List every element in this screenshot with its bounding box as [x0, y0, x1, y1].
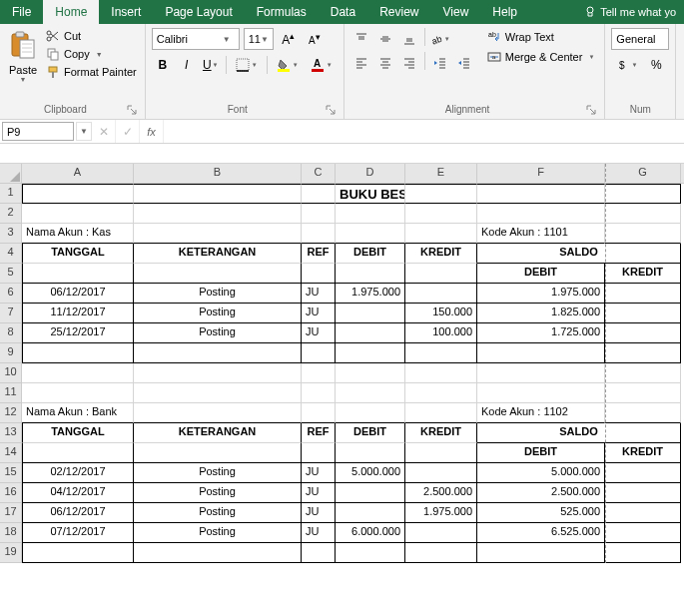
alignment-dialog-launcher[interactable] — [584, 103, 598, 117]
header-debit[interactable]: DEBIT — [336, 423, 405, 443]
cell-tanggal[interactable]: 06/12/2017 — [22, 284, 134, 304]
cell-saldo-debit[interactable]: 525.000 — [477, 503, 605, 523]
cell-debit[interactable] — [336, 483, 405, 503]
header-saldo[interactable]: SALDO — [477, 423, 681, 443]
cell[interactable] — [302, 224, 336, 244]
cell-saldo-kredit[interactable] — [605, 463, 681, 483]
cell-keterangan[interactable]: Posting — [134, 483, 302, 503]
cell-ref[interactable]: JU — [302, 503, 336, 523]
account-name[interactable]: Nama Akun : Bank — [22, 403, 134, 423]
align-middle-button[interactable] — [374, 28, 396, 50]
tab-data[interactable]: Data — [319, 0, 367, 24]
cell-debit[interactable] — [336, 503, 405, 523]
cell[interactable] — [405, 343, 477, 363]
cell-saldo-debit[interactable]: 2.500.000 — [477, 483, 605, 503]
header-saldo-debit[interactable]: DEBIT — [477, 264, 605, 284]
cell[interactable] — [405, 184, 477, 204]
tab-view[interactable]: View — [431, 0, 481, 24]
font-name-combo[interactable]: Calibri▼ — [152, 28, 240, 50]
enter-formula-button[interactable]: ✓ — [116, 120, 140, 143]
cell[interactable] — [405, 443, 477, 463]
header-ref[interactable]: REF — [302, 244, 336, 264]
header-saldo-kredit[interactable]: KREDIT — [605, 443, 681, 463]
cell[interactable] — [302, 343, 336, 363]
cell-kredit[interactable] — [405, 523, 477, 543]
font-size-combo[interactable]: 11▼ — [244, 28, 274, 50]
col-header-B[interactable]: B — [134, 164, 302, 183]
row-header[interactable]: 6 — [0, 284, 22, 304]
paste-button[interactable]: Paste ▼ — [4, 26, 42, 102]
name-box-dropdown[interactable]: ▼ — [76, 122, 92, 141]
cell-saldo-kredit[interactable] — [605, 284, 681, 304]
header-ref[interactable]: REF — [302, 423, 336, 443]
cell[interactable] — [405, 403, 477, 423]
cell[interactable] — [22, 363, 134, 383]
cell[interactable] — [134, 543, 302, 563]
insert-function-button[interactable]: fx — [140, 120, 164, 143]
cell-saldo-debit[interactable]: 5.000.000 — [477, 463, 605, 483]
clipboard-dialog-launcher[interactable] — [125, 103, 139, 117]
row-header[interactable]: 2 — [0, 204, 22, 224]
cell-ref[interactable]: JU — [302, 463, 336, 483]
italic-button[interactable]: I — [176, 54, 198, 76]
number-format-combo[interactable]: General — [611, 28, 669, 50]
orientation-button[interactable]: ab▼ — [429, 28, 451, 50]
row-header[interactable]: 15 — [0, 463, 22, 483]
cell[interactable] — [605, 204, 681, 224]
cell[interactable] — [22, 184, 134, 204]
cell-saldo-debit[interactable]: 1.825.000 — [477, 304, 605, 323]
accounting-format-button[interactable]: $▼ — [611, 54, 643, 76]
header-debit[interactable]: DEBIT — [336, 244, 405, 264]
percent-button[interactable]: % — [645, 54, 667, 76]
cell[interactable] — [302, 403, 336, 423]
cut-button[interactable]: Cut — [44, 28, 139, 44]
merge-center-button[interactable]: a Merge & Center ▼ — [483, 48, 599, 66]
tab-review[interactable]: Review — [367, 0, 430, 24]
row-header[interactable]: 8 — [0, 323, 22, 343]
cell[interactable] — [134, 264, 302, 284]
cell-kredit[interactable]: 100.000 — [405, 323, 477, 343]
tab-home[interactable]: Home — [43, 0, 99, 24]
cell-debit[interactable] — [336, 323, 405, 343]
cell[interactable] — [405, 224, 477, 244]
cell[interactable] — [22, 443, 134, 463]
cell-saldo-kredit[interactable] — [605, 323, 681, 343]
cell[interactable] — [405, 383, 477, 403]
tab-formulas[interactable]: Formulas — [245, 0, 319, 24]
align-center-button[interactable] — [374, 52, 396, 74]
cell-ref[interactable]: JU — [302, 523, 336, 543]
cell-saldo-debit[interactable]: 1.975.000 — [477, 284, 605, 304]
cell[interactable] — [336, 204, 405, 224]
cell-keterangan[interactable]: Posting — [134, 323, 302, 343]
cell[interactable] — [336, 264, 405, 284]
cell[interactable] — [134, 363, 302, 383]
cell-debit[interactable]: 6.000.000 — [336, 523, 405, 543]
cell[interactable] — [605, 184, 681, 204]
header-saldo[interactable]: SALDO — [477, 244, 681, 264]
cell-debit[interactable] — [336, 304, 405, 323]
cell-saldo-debit[interactable]: 6.525.000 — [477, 523, 605, 543]
cell[interactable] — [605, 224, 681, 244]
row-header[interactable]: 19 — [0, 543, 22, 563]
account-code[interactable]: Kode Akun : 1101 — [477, 224, 605, 244]
cell-keterangan[interactable]: Posting — [134, 503, 302, 523]
cell-saldo-kredit[interactable] — [605, 523, 681, 543]
cell-ref[interactable]: JU — [302, 304, 336, 323]
cell[interactable] — [22, 343, 134, 363]
header-saldo-debit[interactable]: DEBIT — [477, 443, 605, 463]
row-header[interactable]: 13 — [0, 423, 22, 443]
row-header[interactable]: 11 — [0, 383, 22, 403]
tell-me-search[interactable]: Tell me what yo — [576, 0, 684, 24]
cell-kredit[interactable] — [405, 463, 477, 483]
header-keterangan[interactable]: KETERANGAN — [134, 423, 302, 443]
cell-kredit[interactable] — [405, 284, 477, 304]
select-all-corner[interactable] — [0, 164, 22, 183]
cell[interactable] — [477, 204, 605, 224]
tab-page-layout[interactable]: Page Layout — [153, 0, 244, 24]
cell[interactable] — [477, 363, 605, 383]
font-color-button[interactable]: A▼ — [306, 54, 338, 76]
name-box[interactable]: P9 — [2, 122, 74, 141]
cell-keterangan[interactable]: Posting — [134, 284, 302, 304]
decrease-indent-button[interactable] — [429, 52, 451, 74]
col-header-C[interactable]: C — [302, 164, 336, 183]
